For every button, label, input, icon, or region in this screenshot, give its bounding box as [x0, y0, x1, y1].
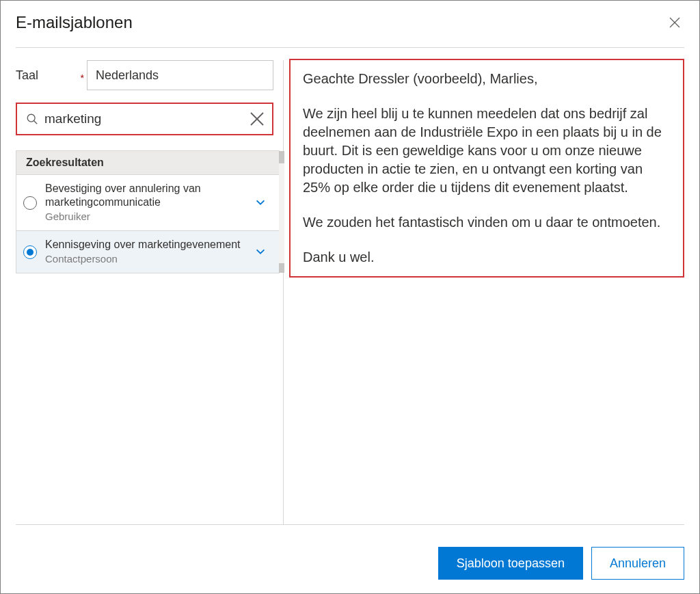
close-icon — [669, 17, 680, 28]
preview-paragraph: We zijn heel blij u te kunnen meedelen d… — [303, 105, 671, 197]
result-subtitle: Gebruiker — [45, 211, 243, 222]
result-title: Kennisgeving over marketingevenement — [45, 238, 243, 252]
language-label-text: Taal — [16, 68, 38, 82]
scrollbar-thumb[interactable] — [279, 263, 284, 273]
template-preview: Geachte Dressler (voorbeeld), Marlies, W… — [289, 59, 684, 278]
search-box — [16, 103, 273, 135]
close-button[interactable] — [665, 13, 684, 32]
preview-paragraph: We zouden het fantastisch vinden om u da… — [303, 213, 671, 232]
dialog-body: Taal * Nederlands — [16, 48, 684, 525]
search-icon — [24, 111, 40, 127]
results-header: Zoekresultaten — [16, 151, 279, 174]
language-field: Taal * Nederlands — [16, 60, 283, 90]
clear-search-button[interactable] — [249, 111, 265, 127]
scrollbar-thumb[interactable] — [279, 151, 284, 163]
required-star-icon: * — [81, 72, 84, 83]
clear-icon — [249, 111, 265, 127]
preview-paragraph: Geachte Dressler (voorbeeld), Marlies, — [303, 70, 671, 88]
dialog-header: E-mailsjablonen — [16, 13, 684, 48]
dialog-footer: Sjabloon toepassen Annuleren — [16, 525, 684, 582]
result-item[interactable]: Kennisgeving over marketingevenement Con… — [16, 230, 279, 273]
left-pane: Taal * Nederlands — [16, 60, 284, 524]
svg-line-3 — [34, 121, 38, 124]
cancel-button[interactable]: Annuleren — [591, 547, 684, 580]
chevron-down-icon — [254, 196, 267, 208]
radio-selected-icon[interactable] — [23, 245, 37, 259]
language-label: Taal * — [16, 68, 87, 83]
search-input[interactable] — [40, 111, 249, 126]
result-title: Bevestiging over annulering van marketin… — [45, 182, 243, 209]
radio-unselected-icon[interactable] — [23, 196, 37, 210]
language-select[interactable]: Nederlands — [87, 60, 273, 90]
result-subtitle: Contactpersoon — [45, 253, 243, 265]
preview-paragraph: Dank u wel. — [303, 248, 671, 267]
result-text: Kennisgeving over marketingevenement Con… — [45, 238, 243, 265]
result-text: Bevestiging over annulering van marketin… — [45, 182, 243, 222]
language-value: Nederlands — [96, 68, 159, 83]
chevron-down-icon — [254, 245, 267, 258]
apply-template-button[interactable]: Sjabloon toepassen — [438, 547, 583, 580]
expand-button[interactable] — [252, 243, 269, 260]
results-panel: Zoekresultaten Bevestiging over annuleri… — [16, 150, 280, 273]
result-item[interactable]: Bevestiging over annulering van marketin… — [16, 174, 279, 230]
expand-button[interactable] — [252, 193, 269, 211]
svg-point-2 — [27, 114, 35, 122]
email-templates-dialog: E-mailsjablonen Taal * Nederlands — [0, 0, 700, 594]
preview-pane: Geachte Dressler (voorbeeld), Marlies, W… — [284, 60, 684, 524]
scrollbar[interactable] — [279, 151, 284, 273]
dialog-title: E-mailsjablonen — [16, 13, 133, 32]
